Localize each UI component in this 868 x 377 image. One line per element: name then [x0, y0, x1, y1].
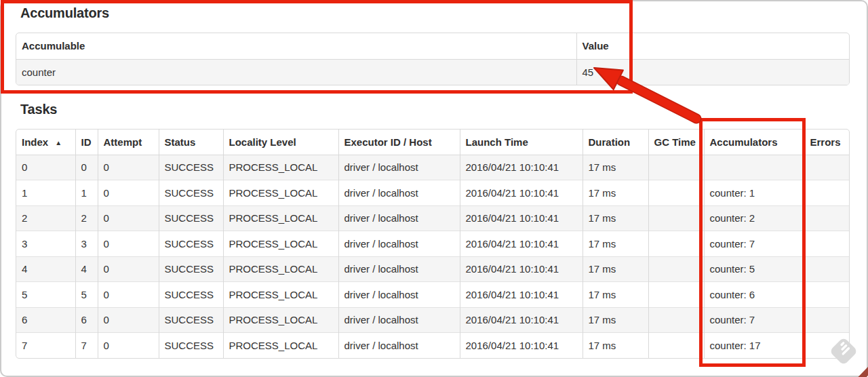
column-header-label: Errors: [810, 136, 841, 148]
cell-index: 5: [16, 282, 75, 308]
cell-launch-time: 2016/04/21 10:10:41: [460, 231, 583, 257]
cell-duration: 17 ms: [583, 282, 648, 308]
cell-index: 7: [16, 333, 75, 359]
tasks-table-body: 000SUCCESSPROCESS_LOCALdriver / localhos…: [16, 155, 849, 358]
tasks-heading: Tasks: [20, 102, 57, 117]
cell-gc-time: [648, 333, 704, 359]
cell-duration: 17 ms: [583, 180, 648, 206]
cell-locality-level: PROCESS_LOCAL: [223, 307, 338, 333]
cell-accumulable-name: counter: [16, 59, 576, 85]
cell-executor-id-host: driver / localhost: [338, 307, 460, 333]
cell-launch-time: 2016/04/21 10:10:41: [460, 180, 583, 206]
cell-gc-time: [648, 282, 704, 308]
column-header-label: ID: [81, 136, 92, 148]
cell-index: 3: [16, 231, 75, 257]
task-row: 220SUCCESSPROCESS_LOCALdriver / localhos…: [16, 205, 849, 231]
column-header-label: Locality Level: [229, 136, 296, 148]
cell-accumulators: counter: 6: [704, 282, 804, 308]
cell-locality-level: PROCESS_LOCAL: [223, 256, 338, 282]
cell-id: 1: [75, 180, 98, 206]
cell-gc-time: [648, 155, 704, 180]
cell-accumulable-value: 45: [576, 59, 849, 85]
tasks-table: Index▲IDAttemptStatusLocality LevelExecu…: [16, 129, 850, 359]
cell-locality-level: PROCESS_LOCAL: [223, 231, 338, 257]
cell-errors: [804, 333, 849, 359]
cell-errors: [804, 155, 849, 180]
cell-duration: 17 ms: [583, 333, 648, 359]
task-row: 110SUCCESSPROCESS_LOCALdriver / localhos…: [16, 180, 849, 206]
cell-executor-id-host: driver / localhost: [338, 155, 460, 180]
cell-launch-time: 2016/04/21 10:10:41: [460, 205, 583, 231]
column-header-label: Launch Time: [466, 136, 528, 148]
cell-attempt: 0: [98, 231, 159, 257]
cell-accumulators: counter: 7: [704, 307, 804, 333]
column-header-label: Index: [22, 136, 48, 148]
cell-attempt: 0: [98, 205, 159, 231]
cell-locality-level: PROCESS_LOCAL: [223, 205, 338, 231]
column-header-errors[interactable]: Errors: [804, 130, 849, 155]
cell-index: 4: [16, 256, 75, 282]
cell-gc-time: [648, 231, 704, 257]
cell-executor-id-host: driver / localhost: [338, 282, 460, 308]
cell-id: 2: [75, 205, 98, 231]
task-row: 440SUCCESSPROCESS_LOCALdriver / localhos…: [16, 256, 849, 282]
column-header-executor-id-host[interactable]: Executor ID / Host: [338, 130, 460, 155]
column-header-locality-level[interactable]: Locality Level: [223, 130, 338, 155]
accumulators-header-row: Accumulable Value: [16, 33, 849, 59]
column-header-label: Attempt: [104, 136, 142, 148]
column-header-value[interactable]: Value: [576, 33, 849, 59]
column-header-accumulable[interactable]: Accumulable: [16, 33, 576, 59]
column-header-id[interactable]: ID: [75, 130, 98, 155]
cell-id: 3: [75, 231, 98, 257]
cell-accumulators: counter: 1: [704, 180, 804, 206]
cell-duration: 17 ms: [583, 205, 648, 231]
cell-duration: 17 ms: [583, 256, 648, 282]
task-row: 330SUCCESSPROCESS_LOCALdriver / localhos…: [16, 231, 849, 257]
cell-status: SUCCESS: [159, 205, 223, 231]
column-header-attempt[interactable]: Attempt: [98, 130, 159, 155]
column-header-status[interactable]: Status: [159, 130, 223, 155]
cell-status: SUCCESS: [159, 307, 223, 333]
cell-executor-id-host: driver / localhost: [338, 205, 460, 231]
column-header-accumulators[interactable]: Accumulators: [704, 130, 804, 155]
column-header-launch-time[interactable]: Launch Time: [460, 130, 583, 155]
cell-accumulators: counter: 17: [704, 333, 804, 359]
cell-accumulators: [704, 155, 804, 180]
cell-locality-level: PROCESS_LOCAL: [223, 155, 338, 180]
cell-id: 5: [75, 282, 98, 308]
column-header-index[interactable]: Index▲: [16, 130, 75, 155]
cell-executor-id-host: driver / localhost: [338, 256, 460, 282]
cell-id: 7: [75, 333, 98, 359]
cell-status: SUCCESS: [159, 333, 223, 359]
column-header-duration[interactable]: Duration: [583, 130, 648, 155]
cell-status: SUCCESS: [159, 256, 223, 282]
cell-gc-time: [648, 180, 704, 206]
cell-index: 6: [16, 307, 75, 333]
cell-duration: 17 ms: [583, 155, 648, 180]
cell-gc-time: [648, 307, 704, 333]
cell-attempt: 0: [98, 282, 159, 308]
cell-attempt: 0: [98, 180, 159, 206]
task-row: 660SUCCESSPROCESS_LOCALdriver / localhos…: [16, 307, 849, 333]
task-row: 000SUCCESSPROCESS_LOCALdriver / localhos…: [16, 155, 849, 180]
cell-gc-time: [648, 205, 704, 231]
cell-accumulators: counter: 7: [704, 231, 804, 257]
cell-locality-level: PROCESS_LOCAL: [223, 180, 338, 206]
cell-launch-time: 2016/04/21 10:10:41: [460, 307, 583, 333]
accumulator-row: counter 45: [16, 59, 849, 85]
cell-locality-level: PROCESS_LOCAL: [223, 282, 338, 308]
cell-launch-time: 2016/04/21 10:10:41: [460, 155, 583, 180]
cell-gc-time: [648, 256, 704, 282]
cell-attempt: 0: [98, 307, 159, 333]
cell-executor-id-host: driver / localhost: [338, 333, 460, 359]
column-header-label: Executor ID / Host: [344, 136, 432, 148]
accumulators-table: Accumulable Value counter 45: [16, 33, 850, 85]
cell-launch-time: 2016/04/21 10:10:41: [460, 282, 583, 308]
cell-errors: [804, 205, 849, 231]
cell-launch-time: 2016/04/21 10:10:41: [460, 256, 583, 282]
column-header-gc-time[interactable]: GC Time: [648, 130, 704, 155]
cell-errors: [804, 231, 849, 257]
cell-duration: 17 ms: [583, 231, 648, 257]
cell-attempt: 0: [98, 256, 159, 282]
cell-id: 0: [75, 155, 98, 180]
